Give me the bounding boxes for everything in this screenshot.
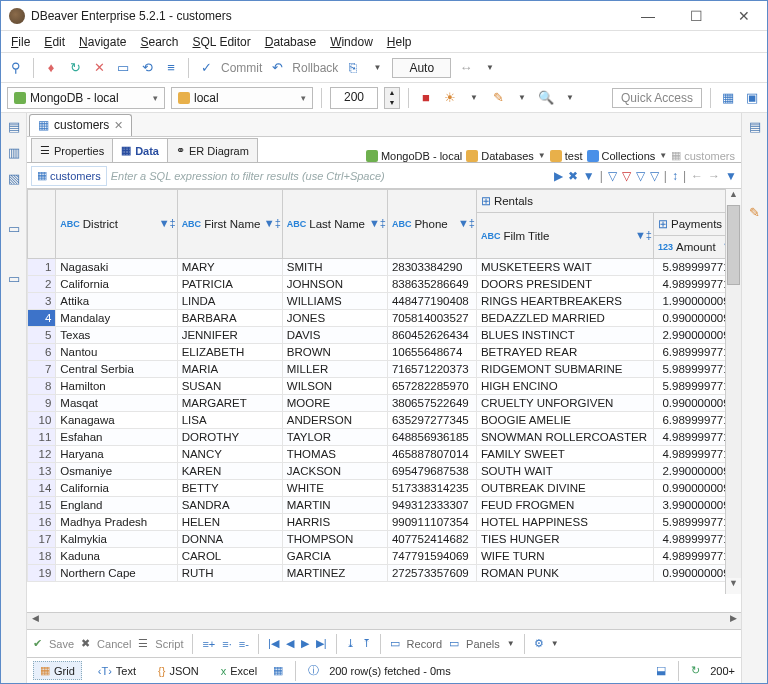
tool-icon[interactable]: ⟲ [138,59,156,77]
perspective-icon[interactable]: ▣ [743,89,761,107]
del-row-icon[interactable]: ≡- [239,638,249,650]
tab-data[interactable]: ▦Data [113,138,168,162]
menu-navigate[interactable]: Navigate [79,35,126,49]
schema-combo[interactable]: local ▾ [171,87,313,109]
menu-window[interactable]: Window [330,35,373,49]
database-combo[interactable]: MongoDB - local ▾ [7,87,165,109]
filter-icon[interactable]: ▼‡ [159,217,173,231]
filter-panel-icon[interactable]: ▽ [650,169,659,183]
table-row[interactable]: 13OsmaniyeKARENJACKSON695479687538SOUTH … [28,463,741,480]
record-button[interactable]: Record [407,638,442,650]
mode-excel[interactable]: xExcel [215,663,263,679]
panels-icon[interactable]: ▭ [449,637,459,650]
tool-icon[interactable]: ✕ [90,59,108,77]
table-row[interactable]: 5TexasJENNIFERDAVIS860452626434BLUES INS… [28,327,741,344]
col-amount[interactable]: Amount [676,241,716,253]
horizontal-scrollbar[interactable]: ◀ ▶ [27,612,741,629]
menu-search[interactable]: Search [140,35,178,49]
rollback-button[interactable]: Rollback [292,61,338,75]
minimize-button[interactable]: — [633,8,663,24]
close-button[interactable]: ✕ [729,8,759,24]
table-row[interactable]: 8HamiltonSUSANWILSON657282285970HIGH ENC… [28,378,741,395]
table-row[interactable]: 14CaliforniaBETTYWHITE517338314235OUTBRE… [28,480,741,497]
projects-icon[interactable]: ▥ [6,145,22,161]
quick-access[interactable]: Quick Access [612,88,702,108]
filter-icon[interactable]: ▼‡ [369,217,383,231]
filter-icon[interactable]: ▼‡ [458,217,472,231]
table-row[interactable]: 2CaliforniaPATRICIAJOHNSON838635286649DO… [28,276,741,293]
table-row[interactable]: 3AttikaLINDAWILLIAMS448477190408RINGS HE… [28,293,741,310]
tab-erdiagram[interactable]: ⚭ER Diagram [168,138,258,162]
col-district[interactable]: District [83,218,118,230]
panels-button[interactable]: Panels [466,638,500,650]
commit-button[interactable]: Commit [221,61,262,75]
col-payments[interactable]: Payments [671,218,722,230]
navigator-icon[interactable]: ▤ [6,119,22,135]
table-row[interactable]: 9MasqatMARGARETMOORE380657522649CRUELTY … [28,395,741,412]
col-rentals[interactable]: Rentals [494,195,533,207]
col-phone[interactable]: Phone [414,218,447,230]
table-row[interactable]: 1NagasakiMARYSMITH28303384290MUSKETEERS … [28,259,741,276]
autosize-icon[interactable]: ⬓ [656,664,666,677]
table-row[interactable]: 16Madhya PradeshHELENHARRIS990911107354H… [28,514,741,531]
script-icon[interactable]: ☰ [138,637,148,650]
maximize-button[interactable]: ☐ [681,8,711,24]
crumb-databases[interactable]: Databases [466,150,534,162]
nav-drop-icon[interactable]: ▼ [725,169,737,183]
new-connection-icon[interactable]: ⚲ [7,59,25,77]
table-row[interactable]: 4MandalayBARBARAJONES705814003527BEDAZZL… [28,310,741,327]
filter-clear-icon[interactable]: ✖ [568,169,578,183]
record-icon[interactable]: ▭ [390,637,400,650]
tx-icon[interactable]: ⎘ [344,59,362,77]
import-icon[interactable]: ⤒ [362,637,371,650]
perspective-icon[interactable]: ▦ [719,89,737,107]
mode-grid[interactable]: ▦Grid [33,661,82,680]
col-firstname[interactable]: First Name [204,218,260,230]
filter-add-icon[interactable]: ▽ [608,169,617,183]
menu-help[interactable]: Help [387,35,412,49]
col-filmtitle[interactable]: Film Title [503,230,549,242]
dropdown-icon[interactable]: ▼ [481,59,499,77]
auto-button[interactable]: Auto [392,58,451,78]
panel-icon[interactable]: ▭ [6,271,22,287]
expand-icon[interactable]: ↕ [672,169,678,183]
table-row[interactable]: 7Central SerbiaMARIAMILLER716571220373RI… [28,361,741,378]
table-row[interactable]: 17KalmykiaDONNATHOMPSON407752414682TIES … [28,531,741,548]
dropdown-icon[interactable]: ▼ [513,89,531,107]
close-tab-icon[interactable]: ✕ [114,119,123,132]
mode-json[interactable]: {}JSON [152,663,205,679]
panel-icon[interactable]: ▤ [747,119,763,135]
nav-back-icon[interactable]: ← [691,169,703,183]
table-row[interactable]: 18KadunaCAROLGARCIA747791594069WIFE TURN… [28,548,741,565]
save-button[interactable]: Save [49,638,74,650]
mode-text[interactable]: ‹T›Text [92,663,142,679]
filter-history-icon[interactable]: ▼ [583,169,595,183]
last-icon[interactable]: ▶| [316,637,327,650]
limit-input[interactable]: 200 [330,87,378,109]
tool-icon[interactable]: ≡ [162,59,180,77]
crumb-db[interactable]: MongoDB - local [366,150,462,162]
nav-fwd-icon[interactable]: → [708,169,720,183]
menu-edit[interactable]: Edit [44,35,65,49]
filter-save-icon[interactable]: ▽ [636,169,645,183]
col-lastname[interactable]: Last Name [309,218,365,230]
export-icon[interactable]: ⤓ [346,637,355,650]
filter-icon[interactable]: ▼‡ [264,217,278,231]
editor-tab-customers[interactable]: ▦ customers ✕ [29,114,132,136]
table-row[interactable]: 19Northern CapeRUTHMARTINEZ272573357609R… [28,565,741,582]
sql-editor-icon[interactable]: ▭ [114,59,132,77]
dropdown-icon[interactable]: ▼ [465,89,483,107]
gear-icon[interactable]: ⚙ [534,637,544,650]
next-icon[interactable]: ▶ [301,637,309,650]
tool-icon[interactable]: ♦ [42,59,60,77]
commit-icon[interactable]: ✓ [197,59,215,77]
table-row[interactable]: 15EnglandSANDRAMARTIN949312333307FEUD FR… [28,497,741,514]
filter-apply-icon[interactable]: ▶ [554,169,563,183]
row-count[interactable]: 200+ [710,665,735,677]
filter-icon[interactable]: ▼‡ [635,229,649,243]
filter-input[interactable]: Enter a SQL expression to filter results… [111,170,550,182]
tool-icon[interactable]: ↻ [66,59,84,77]
edit-icon[interactable]: ✎ [489,89,507,107]
prev-icon[interactable]: ◀ [286,637,294,650]
cancel-icon[interactable]: ✖ [81,637,90,650]
